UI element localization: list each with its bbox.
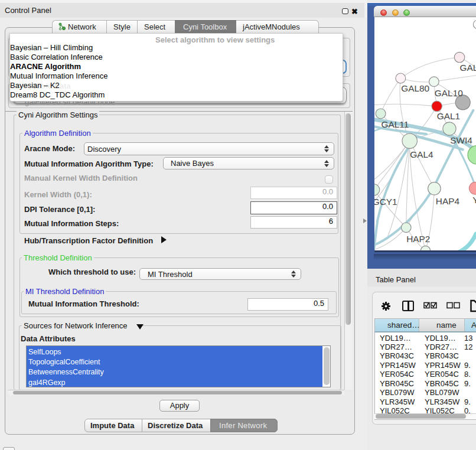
svg-text:HAP4: HAP4 — [435, 196, 459, 206]
svg-text:GAL11: GAL11 — [381, 119, 409, 129]
svg-text:GAL80: GAL80 — [401, 83, 429, 93]
svg-text:GAL10: GAL10 — [434, 88, 462, 98]
svg-text:GAL2: GAL2 — [459, 63, 476, 73]
svg-text:SWI4: SWI4 — [450, 135, 472, 145]
svg-text:Y: Y — [472, 195, 476, 205]
svg-text:GAL1: GAL1 — [436, 111, 459, 121]
svg-text:GCY1: GCY1 — [374, 197, 397, 207]
svg-text:HAP2: HAP2 — [406, 234, 430, 244]
svg-text:GAL4: GAL4 — [410, 149, 433, 159]
